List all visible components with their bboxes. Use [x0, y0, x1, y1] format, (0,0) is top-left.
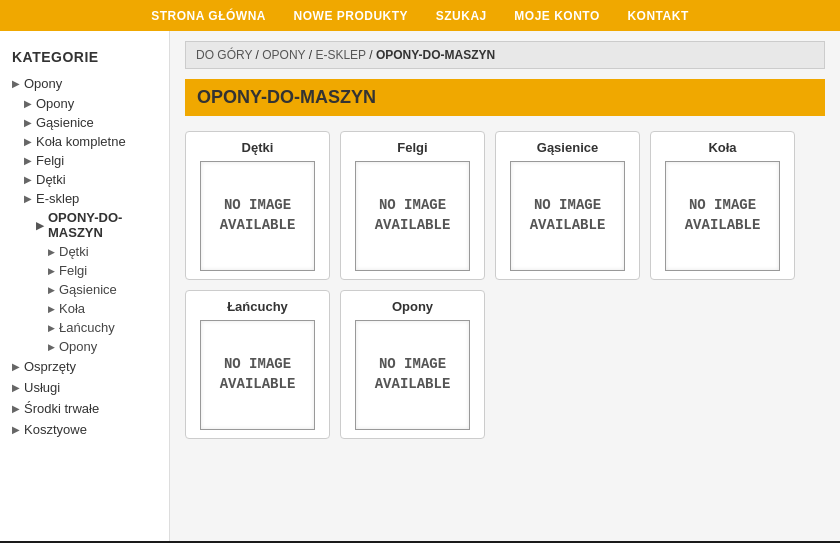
arrow-icon: ▶	[12, 361, 20, 372]
arrow-icon: ▶	[24, 98, 32, 109]
nav-new-products[interactable]: NOWE PRODUKTY	[294, 9, 409, 23]
nav-search[interactable]: SZUKAJ	[436, 9, 487, 23]
nav-contact[interactable]: KONTAKT	[627, 9, 688, 23]
product-image-opony: NO IMAGE AVAILABLE	[355, 320, 470, 430]
sidebar-item-opony-do-maszyn[interactable]: ▶ OPONY-DO-MASZYN	[0, 208, 169, 242]
arrow-icon: ▶	[36, 220, 44, 231]
sidebar-item-kosztyowe[interactable]: ▶ Kosztyowe	[0, 419, 169, 440]
nav-my-account[interactable]: MOJE KONTO	[514, 9, 599, 23]
product-image-gasienice: NO IMAGE AVAILABLE	[510, 161, 625, 271]
arrow-icon: ▶	[48, 285, 55, 295]
product-title-detki: Dętki	[242, 140, 274, 155]
sidebar-item-detki-sub[interactable]: ▶ Dętki	[0, 242, 169, 261]
breadcrumb-current: OPONY-DO-MASZYN	[376, 48, 495, 62]
main-content: DO GÓRY / OPONY / E-SKLEP / OPONY-DO-MAS…	[170, 31, 840, 541]
sidebar-item-opony-sub2[interactable]: ▶ Opony	[0, 337, 169, 356]
arrow-icon: ▶	[12, 403, 20, 414]
arrow-icon: ▶	[24, 174, 32, 185]
product-grid: DętkiNO IMAGE AVAILABLEFelgiNO IMAGE AVA…	[185, 131, 825, 439]
product-card-opony[interactable]: OponyNO IMAGE AVAILABLE	[340, 290, 485, 439]
arrow-icon: ▶	[48, 247, 55, 257]
sidebar-item-detki[interactable]: ▶ Dętki	[0, 170, 169, 189]
sidebar: KATEGORIE ▶ Opony ▶ Opony ▶ Gąsienice ▶ …	[0, 31, 170, 541]
product-title-lancuchy: Łańcuchy	[227, 299, 288, 314]
page-title: OPONY-DO-MASZYN	[185, 79, 825, 116]
product-title-felgi: Felgi	[397, 140, 427, 155]
sidebar-item-kola-sub[interactable]: ▶ Koła	[0, 299, 169, 318]
product-title-gasienice: Gąsienice	[537, 140, 598, 155]
product-image-felgi: NO IMAGE AVAILABLE	[355, 161, 470, 271]
breadcrumb: DO GÓRY / OPONY / E-SKLEP / OPONY-DO-MAS…	[185, 41, 825, 69]
product-card-kola[interactable]: KołaNO IMAGE AVAILABLE	[650, 131, 795, 280]
arrow-icon: ▶	[12, 382, 20, 393]
sidebar-item-lancuchy-sub[interactable]: ▶ Łańcuchy	[0, 318, 169, 337]
product-card-detki[interactable]: DętkiNO IMAGE AVAILABLE	[185, 131, 330, 280]
sidebar-item-felgi-sub[interactable]: ▶ Felgi	[0, 261, 169, 280]
sidebar-item-osprzety[interactable]: ▶ Osprzęty	[0, 356, 169, 377]
top-navigation: STRONA GŁÓWNA NOWE PRODUKTY SZUKAJ MOJE …	[0, 0, 840, 31]
arrow-icon: ▶	[48, 304, 55, 314]
product-title-kola: Koła	[708, 140, 736, 155]
product-card-gasienice[interactable]: GąsieniceNO IMAGE AVAILABLE	[495, 131, 640, 280]
arrow-icon: ▶	[24, 155, 32, 166]
breadcrumb-opony[interactable]: OPONY	[262, 48, 305, 62]
arrow-icon: ▶	[48, 323, 55, 333]
sidebar-title: KATEGORIE	[0, 41, 169, 73]
sidebar-item-srodki-trwale[interactable]: ▶ Środki trwałe	[0, 398, 169, 419]
product-image-lancuchy: NO IMAGE AVAILABLE	[200, 320, 315, 430]
breadcrumb-esklep[interactable]: E-SKLEP	[315, 48, 365, 62]
page-layout: KATEGORIE ▶ Opony ▶ Opony ▶ Gąsienice ▶ …	[0, 31, 840, 541]
arrow-icon: ▶	[48, 342, 55, 352]
arrow-icon: ▶	[12, 424, 20, 435]
sidebar-item-gasienice-sub[interactable]: ▶ Gąsienice	[0, 280, 169, 299]
product-card-lancuchy[interactable]: ŁańcuchyNO IMAGE AVAILABLE	[185, 290, 330, 439]
sidebar-item-gasienice[interactable]: ▶ Gąsienice	[0, 113, 169, 132]
breadcrumb-up[interactable]: DO GÓRY	[196, 48, 252, 62]
product-card-felgi[interactable]: FelgiNO IMAGE AVAILABLE	[340, 131, 485, 280]
product-image-kola: NO IMAGE AVAILABLE	[665, 161, 780, 271]
arrow-icon: ▶	[24, 193, 32, 204]
arrow-icon: ▶	[24, 136, 32, 147]
sidebar-item-uslugi[interactable]: ▶ Usługi	[0, 377, 169, 398]
sidebar-item-kola-kompletne[interactable]: ▶ Koła kompletne	[0, 132, 169, 151]
sidebar-item-esklep[interactable]: ▶ E-sklep	[0, 189, 169, 208]
arrow-icon: ▶	[24, 117, 32, 128]
arrow-icon: ▶	[48, 266, 55, 276]
nav-home[interactable]: STRONA GŁÓWNA	[151, 9, 266, 23]
sidebar-item-opony[interactable]: ▶ Opony	[0, 73, 169, 94]
arrow-icon: ▶	[12, 78, 20, 89]
product-image-detki: NO IMAGE AVAILABLE	[200, 161, 315, 271]
product-title-opony: Opony	[392, 299, 433, 314]
sidebar-item-felgi[interactable]: ▶ Felgi	[0, 151, 169, 170]
sidebar-item-opony-sub[interactable]: ▶ Opony	[0, 94, 169, 113]
